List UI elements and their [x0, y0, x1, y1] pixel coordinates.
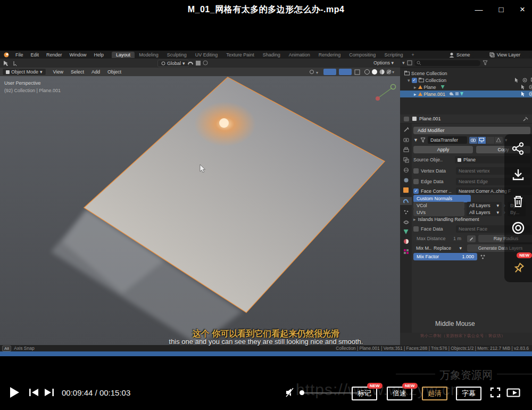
vertex-data-checkbox[interactable]: [413, 168, 419, 174]
share-icon[interactable]: [511, 142, 525, 155]
tool-tab-icon[interactable]: [403, 127, 409, 133]
close-button[interactable]: ×: [514, 4, 530, 15]
filter-funnel-icon[interactable]: [483, 60, 488, 65]
face-data-checkbox[interactable]: [413, 226, 419, 232]
download-icon[interactable]: [511, 168, 525, 182]
mode-dropdown[interactable]: Object Mode▾: [2, 68, 46, 76]
eye-icon[interactable]: [522, 78, 527, 83]
menu-add[interactable]: Add: [88, 69, 104, 75]
menu-view[interactable]: View: [49, 69, 67, 75]
vcol-layers-dropdown[interactable]: All Layers▾: [467, 202, 502, 209]
editor-type-icon[interactable]: [403, 116, 410, 122]
uvs-toggle[interactable]: UVs: [413, 209, 464, 216]
previous-button[interactable]: [29, 388, 39, 397]
menu-file[interactable]: File: [12, 52, 27, 58]
cursor-icon[interactable]: [521, 85, 525, 89]
edit-mode-toggle[interactable]: [486, 137, 494, 144]
tab-compositing[interactable]: Compositing: [345, 52, 380, 58]
expand-icon[interactable]: ▼: [413, 137, 418, 143]
outliner-row-collection[interactable]: ▾ ✓ Collection: [400, 77, 532, 84]
cursor-icon[interactable]: [521, 92, 525, 96]
vcol-toggle[interactable]: VCol: [413, 202, 464, 209]
face-corner-checkbox[interactable]: ✓: [413, 188, 419, 194]
object-tab-icon[interactable]: [403, 187, 409, 193]
mix-mode-dropdown[interactable]: Mix M..Replace▾: [413, 244, 464, 252]
vertex-group-icon[interactable]: [480, 254, 486, 260]
tab-uv-editing[interactable]: UV Editing: [191, 52, 222, 58]
mix-factor-slider[interactable]: Mix Factor1.000: [413, 253, 477, 260]
menu-window[interactable]: Window: [66, 52, 90, 58]
menu-object[interactable]: Object: [104, 69, 125, 75]
world-tab-icon[interactable]: [403, 177, 409, 183]
mute-icon[interactable]: [285, 388, 297, 397]
edit-distance-toggle[interactable]: [467, 235, 476, 242]
scene-selector[interactable]: Scene: [456, 52, 470, 58]
miniplayer-icon[interactable]: [506, 388, 520, 397]
scene-browse-field[interactable]: [472, 52, 487, 58]
snap-proportional-icons[interactable]: [187, 60, 212, 66]
tab-add-workspace[interactable]: +: [407, 52, 418, 58]
minimize-button[interactable]: —: [471, 4, 487, 15]
scene-tab-icon[interactable]: [403, 167, 409, 173]
texture-tab-icon[interactable]: [403, 249, 409, 255]
gizmo-dropdown-icon[interactable]: ▾: [309, 69, 321, 75]
outliner-row-plane[interactable]: ▸ Plane: [400, 84, 532, 91]
viewport-visibility-toggle[interactable]: [478, 137, 486, 144]
custom-normals-toggle[interactable]: Custom Normals: [413, 195, 471, 202]
maximize-button[interactable]: □: [493, 4, 509, 15]
trash-icon[interactable]: [511, 194, 525, 208]
view-layer-selector[interactable]: View Layer: [497, 52, 520, 58]
tab-rendering[interactable]: Rendering: [314, 52, 345, 58]
xray-toggle-icon[interactable]: [354, 69, 361, 75]
render-tab-icon[interactable]: [403, 137, 409, 143]
menu-select[interactable]: Select: [67, 69, 88, 75]
record-target-icon[interactable]: [511, 221, 525, 235]
tab-modeling[interactable]: Modeling: [135, 52, 163, 58]
pin-icon[interactable]: [511, 262, 525, 276]
render-visibility-toggle[interactable]: [469, 137, 477, 144]
outliner-search-input[interactable]: [414, 60, 480, 66]
tab-texture-paint[interactable]: Texture Paint: [222, 52, 259, 58]
modifier-name-field[interactable]: DataTransfer: [428, 136, 467, 144]
eye-icon[interactable]: [529, 85, 532, 89]
tab-layout[interactable]: Layout: [112, 52, 135, 58]
modifier-tab-icon-active[interactable]: [400, 197, 412, 205]
cage-toggle[interactable]: [495, 137, 503, 144]
outliner-row-plane-001[interactable]: ▸ Plane.001: [400, 91, 532, 97]
max-distance-slider[interactable]: Max Distance1 m: [413, 235, 464, 242]
tab-scripting[interactable]: Scripting: [380, 52, 407, 58]
subtitle-button[interactable]: 字幕: [456, 387, 481, 400]
quality-button[interactable]: 超清: [422, 387, 447, 400]
volume-handle[interactable]: [300, 390, 304, 395]
apply-button[interactable]: Apply: [413, 146, 473, 153]
video-progress-bar[interactable]: [0, 351, 532, 356]
material-tab-icon[interactable]: [403, 239, 409, 244]
shading-mode-icons[interactable]: ▾: [364, 69, 395, 75]
data-tab-icon[interactable]: [404, 229, 409, 234]
play-button[interactable]: [9, 386, 20, 399]
options-dropdown[interactable]: Options ▾: [373, 60, 394, 65]
uvs-layers-dropdown[interactable]: All Layers▾: [467, 209, 502, 216]
tab-shading[interactable]: Shading: [259, 52, 285, 58]
outliner-filter-dropdown[interactable]: ▾: [402, 60, 405, 65]
particles-tab-icon[interactable]: [403, 209, 409, 215]
fullscreen-icon[interactable]: [490, 387, 501, 398]
collection-checkbox[interactable]: ✓: [412, 78, 417, 83]
tab-animation[interactable]: Animation: [285, 52, 314, 58]
eye-icon[interactable]: [529, 92, 532, 96]
overlays-toggle[interactable]: [339, 69, 352, 75]
menu-help[interactable]: Help: [90, 52, 108, 58]
outliner-row-scene-collection[interactable]: Scene Collection: [400, 70, 532, 77]
transform-gizmo-toggle[interactable]: [323, 69, 336, 75]
physics-tab-icon[interactable]: [403, 219, 409, 225]
cursor-icon[interactable]: [514, 78, 519, 83]
next-button[interactable]: [44, 388, 54, 397]
view-layer-tab-icon[interactable]: [403, 157, 409, 163]
3d-viewport[interactable]: User Perspective (92) Collection | Plane…: [0, 76, 400, 345]
properties-search-icon[interactable]: [522, 116, 529, 122]
tab-sculpting[interactable]: Sculpting: [163, 52, 191, 58]
transform-orientation-dropdown[interactable]: Global▾: [157, 60, 189, 67]
view-layer-field[interactable]: [522, 52, 530, 58]
menu-edit[interactable]: Edit: [27, 52, 43, 58]
add-modifier-button[interactable]: Add Modifier: [413, 127, 530, 134]
